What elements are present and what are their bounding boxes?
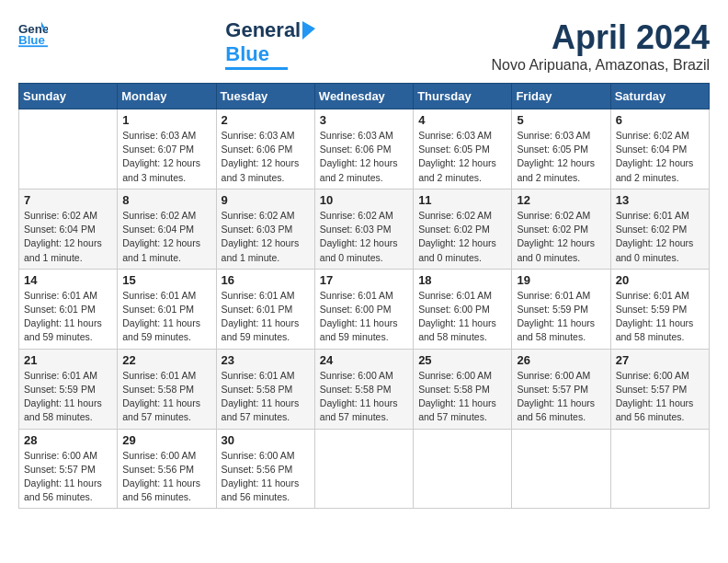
day-info: Sunrise: 6:01 AM Sunset: 5:58 PM Dayligh… [222, 369, 310, 425]
day-number: 14 [24, 273, 112, 287]
calendar-cell: 8Sunrise: 6:02 AM Sunset: 6:04 PM Daylig… [118, 189, 216, 269]
day-info: Sunrise: 6:03 AM Sunset: 6:06 PM Dayligh… [222, 129, 310, 185]
day-info: Sunrise: 6:01 AM Sunset: 5:58 PM Dayligh… [122, 369, 210, 425]
day-info: Sunrise: 6:01 AM Sunset: 6:02 PM Dayligh… [616, 209, 704, 265]
calendar-cell [610, 429, 709, 509]
calendar-cell: 27Sunrise: 6:00 AM Sunset: 5:57 PM Dayli… [610, 349, 709, 429]
day-info: Sunrise: 6:02 AM Sunset: 6:02 PM Dayligh… [517, 209, 605, 265]
day-number: 25 [418, 353, 506, 367]
day-number: 5 [517, 113, 605, 127]
calendar-header-row: SundayMondayTuesdayWednesdayThursdayFrid… [19, 84, 710, 109]
day-number: 18 [418, 273, 506, 287]
day-number: 3 [320, 113, 408, 127]
calendar-cell: 2Sunrise: 6:03 AM Sunset: 6:06 PM Daylig… [216, 109, 314, 190]
day-number: 27 [616, 353, 704, 367]
calendar-cell: 22Sunrise: 6:01 AM Sunset: 5:58 PM Dayli… [118, 349, 216, 429]
day-info: Sunrise: 6:01 AM Sunset: 6:00 PM Dayligh… [418, 289, 506, 345]
day-number: 17 [320, 273, 408, 287]
day-number: 8 [122, 193, 210, 207]
day-number: 29 [122, 433, 210, 447]
day-number: 1 [122, 113, 210, 127]
calendar-cell: 17Sunrise: 6:01 AM Sunset: 6:00 PM Dayli… [314, 269, 413, 349]
calendar-cell: 24Sunrise: 6:00 AM Sunset: 5:58 PM Dayli… [314, 349, 413, 429]
day-info: Sunrise: 6:02 AM Sunset: 6:03 PM Dayligh… [222, 209, 310, 265]
calendar-cell: 30Sunrise: 6:00 AM Sunset: 5:56 PM Dayli… [216, 429, 314, 509]
day-number: 21 [24, 353, 112, 367]
svg-text:Blue: Blue [18, 33, 45, 47]
calendar-cell: 29Sunrise: 6:00 AM Sunset: 5:56 PM Dayli… [118, 429, 216, 509]
day-number: 30 [222, 433, 310, 447]
logo-arrow-icon [302, 21, 315, 40]
day-number: 2 [222, 113, 310, 127]
calendar-cell: 11Sunrise: 6:02 AM Sunset: 6:02 PM Dayli… [414, 189, 512, 269]
calendar-cell: 9Sunrise: 6:02 AM Sunset: 6:03 PM Daylig… [216, 189, 314, 269]
calendar-cell: 10Sunrise: 6:02 AM Sunset: 6:03 PM Dayli… [314, 189, 413, 269]
logo: General Blue [18, 18, 50, 48]
weekday-header-thursday: Thursday [414, 84, 512, 109]
day-number: 28 [24, 433, 112, 447]
day-info: Sunrise: 6:03 AM Sunset: 6:05 PM Dayligh… [517, 129, 605, 185]
calendar-cell: 21Sunrise: 6:01 AM Sunset: 5:59 PM Dayli… [19, 349, 118, 429]
day-info: Sunrise: 6:01 AM Sunset: 6:01 PM Dayligh… [222, 289, 310, 345]
calendar-cell [512, 429, 610, 509]
calendar-cell: 6Sunrise: 6:02 AM Sunset: 6:04 PM Daylig… [610, 109, 709, 190]
calendar-cell [414, 429, 512, 509]
day-number: 4 [418, 113, 506, 127]
calendar-week-row: 28Sunrise: 6:00 AM Sunset: 5:57 PM Dayli… [19, 429, 710, 509]
day-number: 6 [616, 113, 704, 127]
calendar-cell [314, 429, 413, 509]
day-info: Sunrise: 6:00 AM Sunset: 5:57 PM Dayligh… [24, 449, 112, 505]
calendar-cell: 19Sunrise: 6:01 AM Sunset: 5:59 PM Dayli… [512, 269, 610, 349]
calendar-cell: 25Sunrise: 6:00 AM Sunset: 5:58 PM Dayli… [414, 349, 512, 429]
day-info: Sunrise: 6:01 AM Sunset: 6:01 PM Dayligh… [24, 289, 112, 345]
calendar-cell: 1Sunrise: 6:03 AM Sunset: 6:07 PM Daylig… [118, 109, 216, 190]
day-info: Sunrise: 6:02 AM Sunset: 6:04 PM Dayligh… [122, 209, 210, 265]
day-info: Sunrise: 6:01 AM Sunset: 5:59 PM Dayligh… [517, 289, 605, 345]
day-number: 22 [122, 353, 210, 367]
day-number: 19 [517, 273, 605, 287]
calendar-cell: 14Sunrise: 6:01 AM Sunset: 6:01 PM Dayli… [19, 269, 118, 349]
day-info: Sunrise: 6:02 AM Sunset: 6:04 PM Dayligh… [616, 129, 704, 185]
month-title: April 2024 [492, 18, 710, 57]
day-number: 11 [418, 193, 506, 207]
day-info: Sunrise: 6:02 AM Sunset: 6:03 PM Dayligh… [320, 209, 408, 265]
day-number: 15 [122, 273, 210, 287]
day-number: 13 [616, 193, 704, 207]
day-info: Sunrise: 6:00 AM Sunset: 5:58 PM Dayligh… [320, 369, 408, 425]
day-number: 7 [24, 193, 112, 207]
day-number: 20 [616, 273, 704, 287]
day-number: 26 [517, 353, 605, 367]
calendar-cell: 12Sunrise: 6:02 AM Sunset: 6:02 PM Dayli… [512, 189, 610, 269]
day-info: Sunrise: 6:02 AM Sunset: 6:02 PM Dayligh… [418, 209, 506, 265]
calendar-cell: 7Sunrise: 6:02 AM Sunset: 6:04 PM Daylig… [19, 189, 118, 269]
logo-general: General [225, 18, 301, 42]
calendar-cell: 26Sunrise: 6:00 AM Sunset: 5:57 PM Dayli… [512, 349, 610, 429]
day-number: 10 [320, 193, 408, 207]
day-info: Sunrise: 6:01 AM Sunset: 6:01 PM Dayligh… [122, 289, 210, 345]
day-info: Sunrise: 6:02 AM Sunset: 6:04 PM Dayligh… [24, 209, 112, 265]
weekday-header-wednesday: Wednesday [314, 84, 413, 109]
title-area: April 2024 Novo Aripuana, Amazonas, Braz… [492, 18, 710, 74]
day-info: Sunrise: 6:00 AM Sunset: 5:57 PM Dayligh… [517, 369, 605, 425]
location-title: Novo Aripuana, Amazonas, Brazil [492, 57, 710, 74]
calendar-cell: 4Sunrise: 6:03 AM Sunset: 6:05 PM Daylig… [414, 109, 512, 190]
day-number: 12 [517, 193, 605, 207]
calendar-week-row: 21Sunrise: 6:01 AM Sunset: 5:59 PM Dayli… [19, 349, 710, 429]
day-info: Sunrise: 6:01 AM Sunset: 5:59 PM Dayligh… [24, 369, 112, 425]
page-header: General Blue General Blue April 2024 Nov… [18, 18, 710, 74]
calendar-cell: 3Sunrise: 6:03 AM Sunset: 6:06 PM Daylig… [314, 109, 413, 190]
calendar-cell: 20Sunrise: 6:01 AM Sunset: 5:59 PM Dayli… [610, 269, 709, 349]
day-number: 24 [320, 353, 408, 367]
day-info: Sunrise: 6:03 AM Sunset: 6:06 PM Dayligh… [320, 129, 408, 185]
day-info: Sunrise: 6:00 AM Sunset: 5:57 PM Dayligh… [616, 369, 704, 425]
day-number: 23 [222, 353, 310, 367]
calendar-cell: 13Sunrise: 6:01 AM Sunset: 6:02 PM Dayli… [610, 189, 709, 269]
svg-marker-4 [302, 21, 315, 40]
calendar-cell [19, 109, 118, 190]
day-info: Sunrise: 6:00 AM Sunset: 5:56 PM Dayligh… [122, 449, 210, 505]
calendar-week-row: 14Sunrise: 6:01 AM Sunset: 6:01 PM Dayli… [19, 269, 710, 349]
logo-blue: Blue [225, 42, 269, 66]
day-info: Sunrise: 6:00 AM Sunset: 5:58 PM Dayligh… [418, 369, 506, 425]
day-info: Sunrise: 6:01 AM Sunset: 5:59 PM Dayligh… [616, 289, 704, 345]
calendar-week-row: 7Sunrise: 6:02 AM Sunset: 6:04 PM Daylig… [19, 189, 710, 269]
